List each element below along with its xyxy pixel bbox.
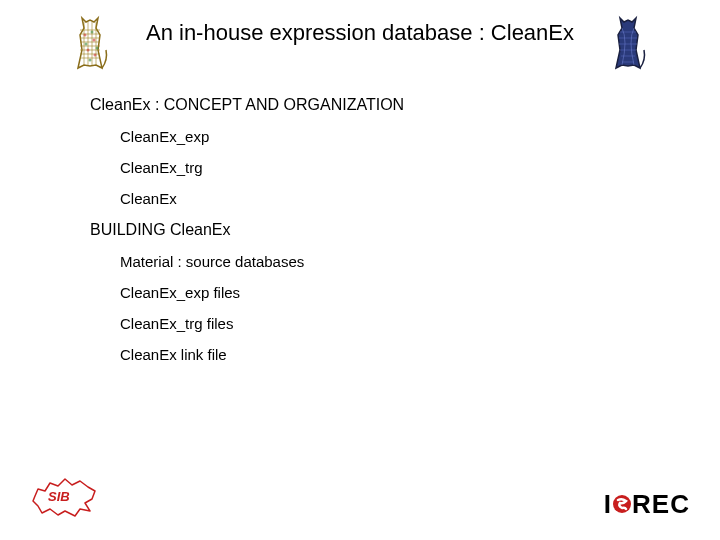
isrec-logo: IREC [604, 489, 690, 520]
isrec-i: I [604, 489, 612, 519]
section-heading-0: CleanEx : CONCEPT AND ORGANIZATION [90, 96, 720, 114]
list-item: CleanEx_exp files [120, 284, 720, 301]
cat-icon-left [70, 10, 112, 76]
sib-label: SIB [48, 489, 70, 504]
isrec-s [612, 489, 632, 520]
svg-point-16 [91, 31, 94, 34]
svg-point-17 [85, 43, 88, 46]
slide-footer: SIB IREC [0, 465, 720, 525]
sib-logo: SIB [30, 471, 100, 525]
svg-point-19 [89, 59, 92, 62]
svg-point-14 [87, 49, 90, 52]
svg-point-12 [84, 34, 87, 37]
slide-title: An in-house expression database : CleanE… [146, 20, 574, 46]
list-item: CleanEx_exp [120, 128, 720, 145]
isrec-rec: REC [632, 489, 690, 519]
svg-point-13 [93, 39, 96, 42]
cat-icon-right [608, 10, 650, 76]
list-item: Material : source databases [120, 253, 720, 270]
list-item: CleanEx_trg files [120, 315, 720, 332]
section-heading-1: BUILDING CleanEx [90, 221, 720, 239]
list-item: CleanEx [120, 190, 720, 207]
list-item: CleanEx_trg [120, 159, 720, 176]
slide-content: CleanEx : CONCEPT AND ORGANIZATION Clean… [0, 56, 720, 363]
list-item: CleanEx link file [120, 346, 720, 363]
svg-point-18 [96, 47, 99, 50]
slide-header: An in-house expression database : CleanE… [0, 0, 720, 56]
svg-point-15 [94, 54, 97, 57]
